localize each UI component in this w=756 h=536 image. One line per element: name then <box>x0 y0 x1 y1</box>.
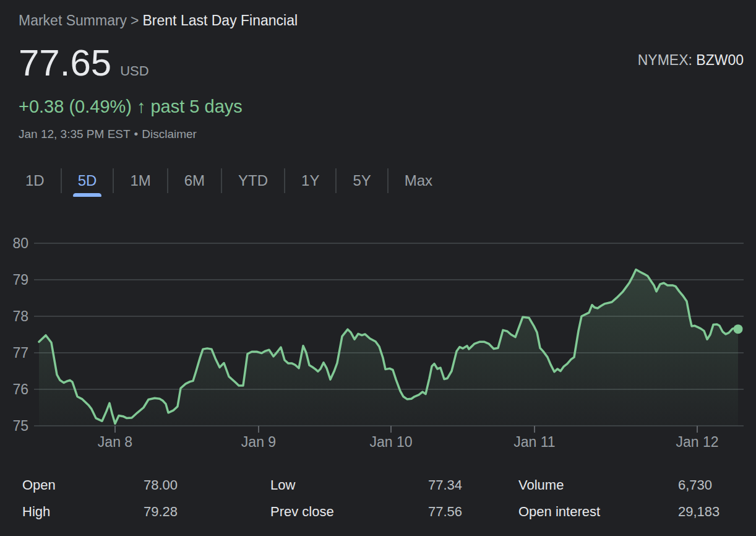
stats-column-1: Open 78.00 High 79.28 <box>22 472 236 525</box>
price-value: 77.65 <box>19 45 111 82</box>
breadcrumb-market-summary-link[interactable]: Market Summary <box>19 12 127 28</box>
stat-volume: Volume 6,730 <box>518 472 747 498</box>
tab-6m[interactable]: 6M <box>168 165 221 197</box>
stat-label: Open <box>22 477 56 493</box>
separator-dot: • <box>134 128 139 140</box>
disclaimer-link[interactable]: Disclaimer <box>142 128 197 140</box>
y-axis-label: 78 <box>12 308 28 324</box>
change-period: past 5 days <box>150 97 242 116</box>
exchange-label: NYMEX: <box>638 52 692 68</box>
stat-value: 79.28 <box>144 504 178 520</box>
x-axis-label: Jan 10 <box>369 434 412 449</box>
stat-value: 77.56 <box>428 504 462 520</box>
y-axis-label: 76 <box>12 381 28 397</box>
stat-low: Low 77.34 <box>270 472 493 498</box>
price-chart[interactable]: 807978777675Jan 8Jan 9Jan 10Jan 11Jan 12 <box>0 235 756 449</box>
stat-label: Open interest <box>518 504 600 520</box>
quote-timestamp: Jan 12, 3:35 PM EST•Disclaimer <box>19 128 197 141</box>
stat-value: 77.34 <box>428 477 462 493</box>
tab-1m[interactable]: 1M <box>114 165 166 197</box>
tab-label: 1M <box>130 172 150 189</box>
y-axis-label: 80 <box>12 235 28 251</box>
stat-label: Prev close <box>270 504 334 520</box>
tab-label: 6M <box>184 172 205 189</box>
arrow-up-icon: ↑ <box>137 97 146 116</box>
stat-label: Volume <box>518 477 564 493</box>
stat-open-interest: Open interest 29,183 <box>518 498 747 525</box>
stat-value: 6,730 <box>678 477 712 493</box>
stat-label: Low <box>270 477 295 493</box>
tab-label: 1Y <box>301 172 319 189</box>
tab-label: Max <box>405 172 432 189</box>
tab-label: YTD <box>238 172 268 189</box>
x-axis-label: Jan 9 <box>241 434 276 449</box>
last-price-dot <box>734 324 743 334</box>
selected-tab-indicator <box>73 193 101 197</box>
timestamp-text: Jan 12, 3:35 PM EST <box>19 128 131 140</box>
tab-1y[interactable]: 1Y <box>285 165 335 197</box>
tab-max[interactable]: Max <box>389 165 449 197</box>
x-axis-label: Jan 11 <box>513 434 555 449</box>
stat-value: 29,183 <box>678 504 719 520</box>
price-area-fill <box>39 270 738 426</box>
tab-5y[interactable]: 5Y <box>337 165 387 197</box>
tab-label: 5D <box>78 172 97 189</box>
stats-column-2: Low 77.34 Prev close 77.56 <box>270 472 493 525</box>
price-row: 77.65 USD <box>19 45 149 82</box>
breadcrumb-current: Brent Last Day Financial <box>143 12 298 28</box>
price-currency: USD <box>120 63 148 79</box>
ticker-symbol: BZW00 <box>696 52 744 68</box>
breadcrumb: Market Summary>Brent Last Day Financial <box>19 11 298 30</box>
tab-label: 5Y <box>353 172 371 189</box>
range-tabs: 1D5D1M6MYTD1Y5YMax <box>9 165 449 197</box>
price-change: +0.38 (0.49%)↑past 5 days <box>19 97 243 117</box>
stats-column-3: Volume 6,730 Open interest 29,183 <box>518 472 747 525</box>
tab-5d[interactable]: 5D <box>62 165 113 197</box>
tab-label: 1D <box>25 172 45 189</box>
y-axis-label: 77 <box>12 345 28 361</box>
tab-ytd[interactable]: YTD <box>222 165 284 197</box>
y-axis-label: 79 <box>12 272 28 288</box>
y-axis-label: 75 <box>12 418 28 434</box>
stat-prev-close: Prev close 77.56 <box>270 498 493 525</box>
x-axis-label: Jan 12 <box>676 434 718 449</box>
stat-open: Open 78.00 <box>22 472 236 498</box>
x-axis-label: Jan 8 <box>98 434 132 449</box>
stat-label: High <box>22 504 50 520</box>
exchange-ticker: NYMEX: BZW00 <box>638 52 744 69</box>
change-amount: +0.38 (0.49%) <box>19 97 132 116</box>
breadcrumb-separator: > <box>131 12 139 28</box>
stat-high: High 79.28 <box>22 498 236 525</box>
tab-1d[interactable]: 1D <box>9 165 61 197</box>
stat-value: 78.00 <box>144 477 178 493</box>
finance-quote-widget: Market Summary>Brent Last Day Financial … <box>0 0 756 536</box>
